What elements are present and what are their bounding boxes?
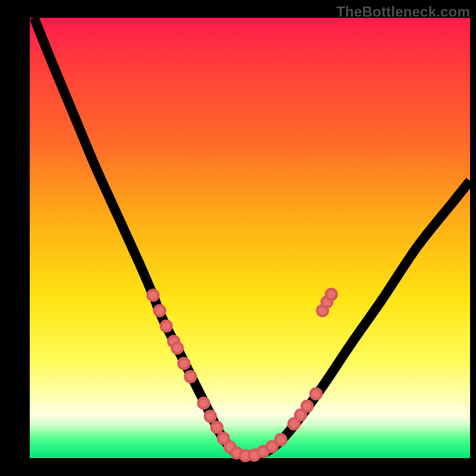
data-marker <box>311 389 321 399</box>
plot-area <box>30 18 470 458</box>
data-marker <box>275 434 286 445</box>
data-marker <box>198 398 209 409</box>
watermark-label: TheBottleneck.com <box>336 4 470 20</box>
data-marker <box>172 343 183 353</box>
chart-frame: TheBottleneck.com <box>0 0 476 476</box>
marker-group <box>148 289 336 461</box>
data-marker <box>212 422 223 433</box>
bottleneck-curve <box>34 18 470 456</box>
data-marker <box>302 401 312 412</box>
data-marker <box>154 305 165 316</box>
data-marker <box>148 290 158 300</box>
data-marker <box>326 289 337 300</box>
data-marker <box>178 358 189 369</box>
data-marker <box>185 371 196 382</box>
curve-svg <box>30 18 470 458</box>
data-marker <box>205 411 216 422</box>
data-marker <box>161 321 172 331</box>
